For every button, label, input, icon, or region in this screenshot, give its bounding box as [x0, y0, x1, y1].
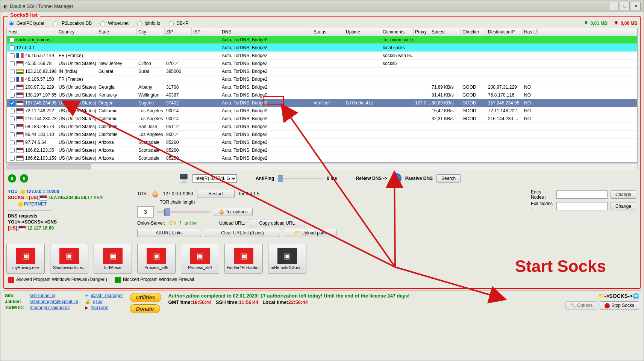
app-button-1[interactable]: ▣Shadowsocks.e... — [50, 244, 88, 274]
table-row[interactable]: 46.105.57.150FR (France)Auto, TorDNS, Br… — [7, 76, 637, 83]
cell-speed — [430, 158, 461, 159]
table-row[interactable]: socks-tor_onions....Auto, TorDNS, Bridge… — [7, 36, 637, 44]
col-zip[interactable]: ZIP — [165, 28, 192, 36]
row-checkbox[interactable] — [10, 77, 15, 82]
row-checkbox[interactable] — [10, 69, 15, 74]
table-row[interactable]: 138.197.197.65US (United States)Kentucky… — [7, 91, 637, 99]
hscrollbar[interactable] — [6, 163, 638, 170]
col-state[interactable]: State — [97, 28, 137, 36]
site-link[interactable]: ssh-tunnel.in — [30, 293, 55, 298]
status-dot-1[interactable]: 0 — [8, 174, 16, 183]
col-status[interactable]: Status — [312, 28, 344, 36]
table-row[interactable]: 166.62.123.35US (United States)ArizonaSc… — [7, 147, 637, 154]
col-country[interactable]: Country — [57, 28, 97, 36]
utilities-button[interactable]: Utilities — [130, 293, 162, 302]
upload-path-button[interactable]: 📁 Upload path — [284, 229, 336, 237]
app-button-0[interactable]: ▣myPrivacy.exe — [6, 244, 45, 274]
table-row[interactable]: 97.74.6.64US (United States)ArizonaScott… — [7, 139, 637, 147]
row-checkbox[interactable] — [10, 93, 15, 98]
app-button-4[interactable]: ▣Process_x64 — [181, 244, 219, 274]
col-city[interactable]: City — [137, 28, 165, 36]
entry-nodes-input[interactable] — [556, 190, 608, 199]
col-speed[interactable]: Speed — [430, 28, 461, 36]
status-dot-2[interactable]: 0 — [20, 174, 28, 183]
all-url-links-button[interactable]: All URL Links — [137, 229, 201, 237]
col-destinationip[interactable]: DestinationIP — [486, 28, 523, 36]
telegram-link[interactable]: @ssh_manager — [91, 293, 123, 298]
minimize-button[interactable]: _ — [609, 2, 619, 10]
table-row[interactable]: 166.62.103.159US (United States)ArizonaS… — [7, 154, 637, 162]
donate-button[interactable]: Donate — [130, 304, 160, 313]
geo-radio-3[interactable]: ipinfo.io — [135, 20, 160, 26]
row-checkbox[interactable] — [10, 109, 15, 113]
options-button[interactable]: 🔧 Options — [565, 301, 598, 310]
tor-chain-input[interactable] — [137, 206, 154, 218]
app-button-3[interactable]: ▣Process_x86 — [137, 244, 176, 274]
table-row[interactable]: 68.183.246.73US (United States)Californi… — [7, 123, 637, 131]
col-has u[interactable]: Has U — [523, 28, 538, 36]
row-checkbox[interactable] — [10, 156, 15, 161]
flag-icon — [16, 100, 24, 106]
table-row[interactable]: 157.245.234.95US (United States)OregonEu… — [7, 99, 637, 107]
geo-radio-1[interactable]: IP2Location.DB — [51, 20, 92, 26]
youtube-link[interactable]: YouTube — [91, 305, 108, 310]
app-button-2[interactable]: ▣torIM.exe — [94, 244, 132, 274]
cell-host: 45.55.169.78 — [7, 60, 57, 68]
row-checkbox[interactable] — [10, 53, 15, 58]
copy-upload-url-button[interactable]: Copy upload URL — [249, 219, 305, 227]
row-checkbox[interactable] — [10, 132, 15, 137]
row-checkbox[interactable] — [10, 45, 15, 50]
torim-link[interactable]: manager77bidqdm4 — [30, 305, 70, 310]
close-button[interactable]: ✕ — [631, 2, 641, 10]
col-checker[interactable]: Checker — [461, 28, 486, 36]
row-checkbox[interactable] — [10, 148, 15, 153]
cell-dest: 76.8.178.116 — [486, 92, 523, 98]
clear-url-list-button[interactable]: Clear URL list (0 pcs) — [205, 229, 280, 237]
tor-options-button[interactable]: 🧅 Tor options — [214, 208, 253, 216]
geo-radio-4[interactable]: DB-IP — [167, 20, 188, 26]
app-button-6[interactable]: ▣mRemoteNG.ex... — [268, 244, 306, 274]
col-host[interactable]: Host — [7, 28, 57, 36]
socks-label: SOCKS — [8, 195, 24, 200]
table-row[interactable]: 72.11.148.222US (United States)Californi… — [7, 107, 637, 115]
col-isp[interactable]: ISP — [192, 28, 220, 36]
qtox-link[interactable]: qTox — [93, 299, 102, 304]
stop-socks-button[interactable]: Stop Socks — [600, 301, 639, 310]
scroll-thumb[interactable] — [8, 164, 91, 169]
row-checkbox[interactable] — [10, 61, 15, 66]
col-comments[interactable]: Comments — [381, 28, 414, 36]
exit-change-button[interactable]: Change — [611, 202, 636, 210]
table-row[interactable]: 208.97.31.229US (United States)GeorgiaAl… — [7, 83, 637, 91]
maximize-button[interactable]: □ — [620, 2, 630, 10]
entry-change-button[interactable]: Change — [611, 190, 636, 199]
row-checkbox[interactable] — [10, 101, 15, 106]
row-checkbox[interactable] — [10, 124, 15, 129]
search-button[interactable]: Search — [436, 174, 461, 183]
geo-radio-0[interactable]: GeoIPCity.dat — [7, 20, 44, 26]
row-checkbox[interactable] — [10, 85, 15, 90]
antiping-slider[interactable] — [278, 178, 323, 179]
onion-icon: 🧅 — [152, 190, 159, 198]
exit-nodes-input[interactable] — [556, 202, 608, 210]
table-row[interactable]: 45.55.169.78US (United States)New Jersey… — [7, 60, 637, 68]
table-row[interactable]: 127.0.0.1Auto, TorDNS, Bridge2local sock… — [7, 44, 637, 52]
col-proxy[interactable]: Proxy — [414, 28, 430, 36]
adapter-select[interactable]: Intel(R) 82574L G — [192, 174, 237, 183]
col-uptime[interactable]: Uptime — [344, 28, 381, 36]
row-checkbox[interactable] — [10, 140, 15, 145]
tor-restart-button[interactable]: Restart — [197, 190, 235, 198]
tor-chain-slider[interactable] — [158, 211, 210, 213]
table-row[interactable]: 96.44.133.110US (United States)Californi… — [7, 131, 637, 139]
cell-dns: Auto, TorDNS, Bridge2 — [220, 108, 312, 114]
row-checkbox[interactable] — [10, 38, 15, 42]
col-dns[interactable]: DNS — [220, 28, 312, 36]
table-row[interactable]: 46.105.57.149FR (France)Auto, TorDNS, Br… — [7, 52, 637, 60]
table-row[interactable]: 216.144.230.233US (United States)Califor… — [7, 115, 637, 123]
jabber-link[interactable]: sshmanager@exploit.im — [30, 299, 78, 304]
dns-globe-icon[interactable] — [391, 173, 402, 184]
row-checkbox[interactable] — [10, 116, 15, 121]
geo-radio-2[interactable]: Whoer.net — [98, 20, 129, 26]
table-row[interactable]: 103.216.82.198IN (India)GujaratSurat3950… — [7, 68, 637, 76]
cell-isp — [192, 150, 220, 151]
app-button-5[interactable]: ▣Fiddler4Portable... — [224, 244, 263, 274]
